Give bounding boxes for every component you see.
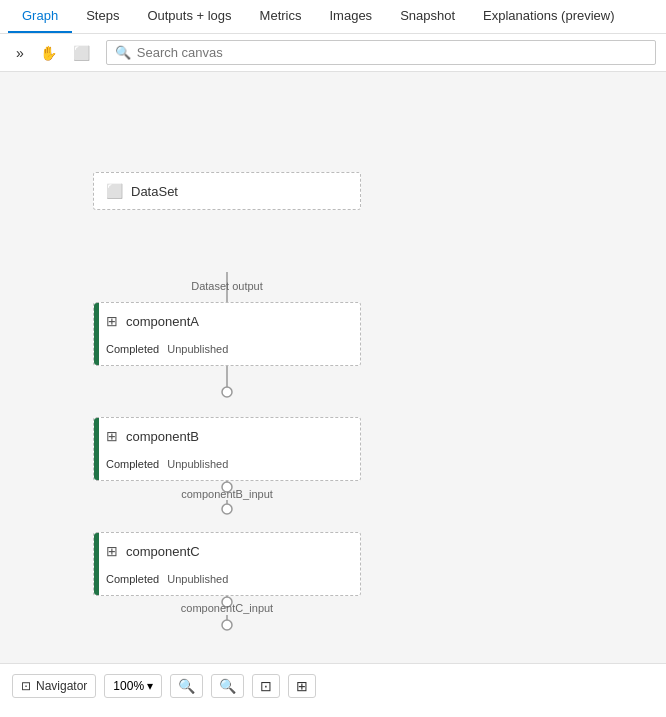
node-componentC[interactable]: ⊞ componentC Completed Unpublished: [93, 532, 361, 596]
componentB-icon: ⊞: [106, 428, 118, 444]
tab-outputs-logs[interactable]: Outputs + logs: [133, 0, 245, 33]
node-componentA[interactable]: ⊞ componentA Completed Unpublished: [93, 302, 361, 366]
canvas[interactable]: ⬜ DataSet Dataset output componentA_inpu…: [0, 72, 666, 663]
zoom-level-selector[interactable]: 100% ▾: [104, 674, 162, 698]
tab-explanations[interactable]: Explanations (preview): [469, 0, 629, 33]
node-dataset[interactable]: ⬜ DataSet: [93, 172, 361, 210]
node-componentC-status-row: Completed Unpublished: [94, 569, 360, 595]
componentA-icon: ⊞: [106, 313, 118, 329]
zoom-out-icon: 🔍: [219, 678, 236, 694]
zoom-in-button[interactable]: 🔍: [170, 674, 203, 698]
grid-button[interactable]: ⊞: [288, 674, 316, 698]
node-componentB-header: ⊞ componentB: [94, 418, 360, 454]
node-componentB-label: componentB: [126, 429, 199, 444]
componentC-accent: [94, 533, 99, 595]
grid-icon: ⊞: [296, 678, 308, 694]
select-button[interactable]: ⬜: [67, 41, 96, 65]
node-dataset-header: ⬜ DataSet: [94, 173, 360, 209]
pan-button[interactable]: ✋: [34, 41, 63, 65]
zoom-in-icon: 🔍: [178, 678, 195, 694]
componentB-input-label: componentB_input: [157, 488, 297, 500]
expand-button[interactable]: »: [10, 41, 30, 65]
zoom-level-value: 100%: [113, 679, 144, 693]
tab-steps[interactable]: Steps: [72, 0, 133, 33]
componentC-input-label: componentC_input: [157, 602, 297, 614]
node-componentB-status-row: Completed Unpublished: [94, 454, 360, 480]
search-box: 🔍: [106, 40, 656, 65]
node-componentB[interactable]: ⊞ componentB Completed Unpublished: [93, 417, 361, 481]
dataset-icon: ⬜: [106, 183, 123, 199]
componentA-unpublished-badge: Unpublished: [167, 343, 228, 355]
zoom-out-button[interactable]: 🔍: [211, 674, 244, 698]
componentC-status-badge: Completed: [106, 573, 159, 585]
node-componentC-header: ⊞ componentC: [94, 533, 360, 569]
node-componentC-label: componentC: [126, 544, 200, 559]
navigator-button[interactable]: ⊡ Navigator: [12, 674, 96, 698]
tab-metrics[interactable]: Metrics: [246, 0, 316, 33]
componentB-status-badge: Completed: [106, 458, 159, 470]
navigator-map-icon: ⊡: [21, 679, 31, 693]
componentA-accent: [94, 303, 99, 365]
tab-snapshot[interactable]: Snapshot: [386, 0, 469, 33]
tab-graph[interactable]: Graph: [8, 0, 72, 33]
bottom-bar: ⊡ Navigator 100% ▾ 🔍 🔍 ⊡ ⊞: [0, 663, 666, 708]
componentA-status-badge: Completed: [106, 343, 159, 355]
componentB-accent: [94, 418, 99, 480]
componentC-unpublished-badge: Unpublished: [167, 573, 228, 585]
dataset-output-label: Dataset output: [157, 280, 297, 292]
svg-point-12: [222, 620, 232, 630]
node-componentA-header: ⊞ componentA: [94, 303, 360, 339]
zoom-chevron-icon: ▾: [147, 679, 153, 693]
componentC-icon: ⊞: [106, 543, 118, 559]
svg-point-10: [222, 504, 232, 514]
search-input[interactable]: [137, 45, 647, 60]
node-dataset-label: DataSet: [131, 184, 178, 199]
fit-view-button[interactable]: ⊡: [252, 674, 280, 698]
componentB-unpublished-badge: Unpublished: [167, 458, 228, 470]
navigator-label: Navigator: [36, 679, 87, 693]
toolbar: » ✋ ⬜ 🔍: [0, 34, 666, 72]
node-componentA-label: componentA: [126, 314, 199, 329]
tab-images[interactable]: Images: [315, 0, 386, 33]
svg-point-8: [222, 387, 232, 397]
search-icon: 🔍: [115, 45, 131, 60]
fit-view-icon: ⊡: [260, 678, 272, 694]
node-componentA-status-row: Completed Unpublished: [94, 339, 360, 365]
tab-bar: Graph Steps Outputs + logs Metrics Image…: [0, 0, 666, 34]
